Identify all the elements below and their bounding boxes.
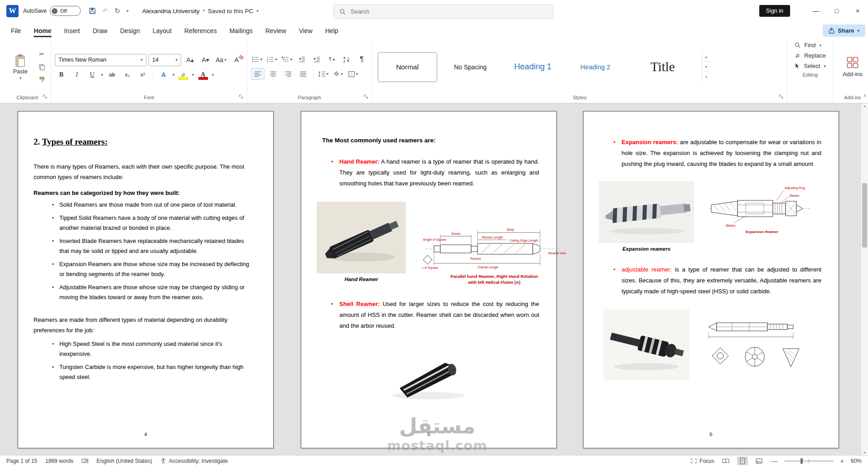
tab-references[interactable]: References: [178, 23, 223, 39]
shrink-font-button[interactable]: A▾: [199, 54, 212, 65]
italic-button[interactable]: I: [70, 69, 83, 80]
show-formatting-marks-button[interactable]: ¶: [356, 54, 368, 65]
web-layout-button[interactable]: [754, 456, 765, 465]
change-case-button[interactable]: Aa ▾: [214, 54, 228, 65]
styles-dialog-launcher[interactable]: [779, 94, 783, 99]
clear-formatting-button[interactable]: A: [230, 54, 243, 65]
zoom-level[interactable]: 60%: [851, 458, 862, 464]
text-effects-chevron-icon[interactable]: ▾: [173, 73, 175, 77]
tab-layout[interactable]: Layout: [146, 23, 178, 39]
share-button[interactable]: Share ▾: [823, 24, 865, 37]
find-button[interactable]: Find ▾: [795, 42, 826, 49]
zoom-out-button[interactable]: —: [771, 457, 779, 465]
hand-reamer-photo[interactable]: [317, 202, 406, 273]
highlight-chevron-icon[interactable]: ▾: [192, 73, 194, 77]
subscript-button[interactable]: x₂: [121, 69, 134, 80]
copy-button[interactable]: [36, 62, 47, 72]
quick-access-chevron-icon[interactable]: ▾: [126, 9, 129, 13]
justify-button[interactable]: [297, 68, 309, 79]
style-normal[interactable]: Normal: [378, 52, 437, 82]
style-title[interactable]: Title: [629, 53, 697, 82]
accessibility-status[interactable]: Accessibility: Investigate: [160, 458, 228, 464]
clipboard-dialog-launcher[interactable]: [43, 94, 47, 99]
font-color-chevron-icon[interactable]: ▾: [212, 73, 214, 77]
tab-help[interactable]: Help: [319, 23, 345, 39]
tab-view[interactable]: View: [293, 23, 319, 39]
grow-font-button[interactable]: A▴: [183, 54, 197, 65]
font-family-select[interactable]: Times New Roman ▾: [55, 54, 146, 66]
styles-more-button[interactable]: ▾: [702, 72, 710, 82]
paste-button[interactable]: Paste ▾: [7, 42, 34, 92]
autosave-toggle[interactable]: Off: [50, 6, 81, 16]
bold-button[interactable]: B: [55, 69, 68, 80]
expansion-reamer-diagram[interactable]: Adjusting Plug Blades Blades Expansion R…: [708, 183, 813, 237]
proofing-status[interactable]: [82, 458, 88, 464]
zoom-in-button[interactable]: +: [839, 457, 845, 465]
style-heading-2[interactable]: Heading 2: [566, 53, 625, 82]
cut-button[interactable]: ✂: [36, 49, 47, 59]
word-logo-icon[interactable]: W: [6, 5, 19, 17]
tab-insert[interactable]: Insert: [58, 23, 86, 39]
align-right-button[interactable]: [282, 68, 294, 79]
align-center-button[interactable]: [267, 68, 280, 79]
hand-reamer-diagram[interactable]: Shank Body Recess Length Cutting Edge Le…: [422, 221, 566, 285]
paragraph-dialog-launcher[interactable]: [364, 94, 368, 99]
borders-button[interactable]: ▾: [347, 68, 360, 79]
superscript-button[interactable]: x²: [136, 69, 149, 80]
style-no-spacing[interactable]: No Spacing: [441, 53, 500, 82]
format-painter-button[interactable]: [36, 75, 47, 85]
font-size-select[interactable]: 14 ▾: [149, 54, 181, 66]
language-indicator[interactable]: English (United States): [96, 458, 152, 464]
multilevel-list-button[interactable]: ▾: [281, 54, 294, 65]
expansion-reamer-photo[interactable]: [599, 181, 694, 243]
styles-scroll-down-button[interactable]: ▼: [702, 62, 710, 72]
line-spacing-button[interactable]: ▾: [317, 68, 330, 79]
zoom-slider-thumb[interactable]: [800, 458, 803, 464]
font-dialog-launcher[interactable]: [239, 94, 243, 99]
select-button[interactable]: Select ▾: [795, 63, 826, 69]
scroll-down-button[interactable]: ▼: [861, 449, 868, 456]
underline-chevron-icon[interactable]: ▾: [101, 73, 103, 77]
tab-file[interactable]: File: [5, 23, 28, 39]
maximize-button[interactable]: □: [826, 0, 847, 22]
highlight-color-button[interactable]: [177, 69, 190, 80]
tab-mailings[interactable]: Mailings: [223, 23, 259, 39]
tab-design[interactable]: Design: [114, 23, 146, 39]
collapse-ribbon-button[interactable]: ˄: [863, 93, 866, 98]
decrease-indent-button[interactable]: [296, 54, 309, 65]
document-page-3[interactable]: Expansion reamers: are adjustable to com…: [583, 111, 839, 448]
bullet-list-button[interactable]: ▾: [251, 54, 264, 65]
shell-reamer-photo[interactable]: [379, 345, 479, 404]
style-heading-1[interactable]: Heading 1: [504, 53, 562, 82]
shading-button[interactable]: ▾: [332, 68, 345, 79]
adjustable-reamer-photo[interactable]: [603, 309, 690, 380]
addins-button[interactable]: Add-ins: [837, 42, 868, 92]
close-button[interactable]: ×: [847, 0, 868, 22]
strikethrough-button[interactable]: ab: [106, 69, 119, 80]
font-color-button[interactable]: A: [197, 69, 210, 80]
focus-mode-button[interactable]: Focus: [691, 458, 714, 464]
document-title[interactable]: Alexandria University • Saved to this PC…: [142, 8, 259, 15]
save-button[interactable]: [89, 7, 96, 15]
print-layout-button[interactable]: [737, 456, 748, 465]
text-direction-ltr-button[interactable]: ¶: [326, 54, 338, 65]
sign-in-button[interactable]: Sign in: [759, 5, 790, 17]
document-page-1[interactable]: 2. Types of reamers: There is many types…: [18, 111, 274, 448]
align-left-button[interactable]: [251, 68, 265, 80]
adjustable-reamer-diagram[interactable]: [705, 311, 809, 376]
increase-indent-button[interactable]: [311, 54, 323, 65]
numbered-list-button[interactable]: 123 ▾: [266, 54, 279, 65]
vertical-scrollbar[interactable]: ▲ ▼: [861, 102, 868, 456]
scrollbar-thumb[interactable]: [862, 183, 867, 248]
sort-button[interactable]: AZ: [341, 54, 353, 65]
underline-button[interactable]: U: [86, 69, 99, 80]
tab-draw[interactable]: Draw: [86, 23, 114, 39]
page-indicator[interactable]: Page 1 of 15: [6, 458, 37, 464]
tab-home[interactable]: Home: [28, 23, 58, 39]
scroll-up-button[interactable]: ▲: [861, 102, 868, 109]
read-mode-button[interactable]: [720, 456, 731, 465]
search-box[interactable]: [333, 4, 554, 19]
text-effects-button[interactable]: A: [157, 69, 170, 80]
minimize-button[interactable]: —: [805, 0, 826, 22]
tab-review[interactable]: Review: [259, 23, 293, 39]
